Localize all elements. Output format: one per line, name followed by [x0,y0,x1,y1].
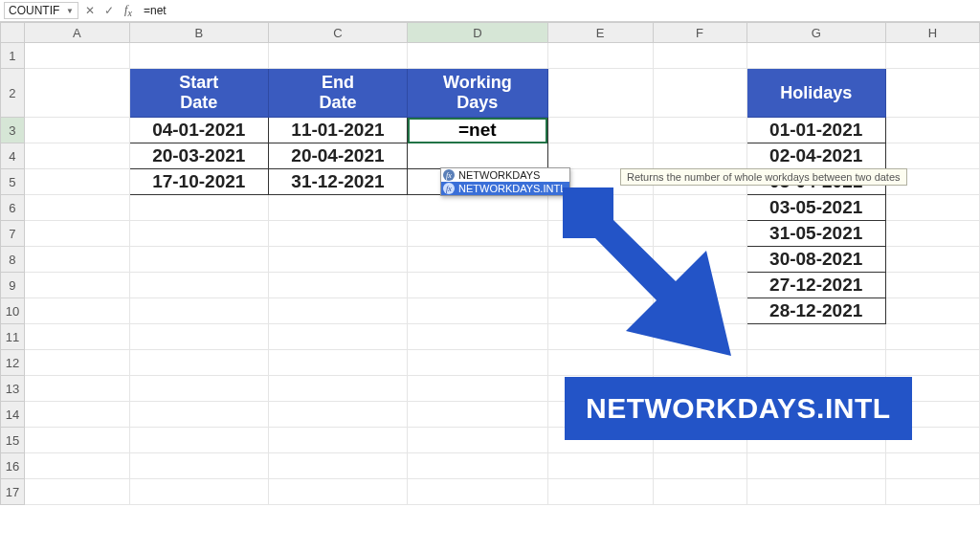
col-header-D[interactable]: D [408,23,548,43]
holidays-header: Holidays [746,69,885,118]
row-header-12[interactable]: 12 [1,350,25,376]
holiday-cell[interactable]: 27-12-2021 [746,273,885,298]
banner-overlay: NETWORKDAYS.INTL [565,377,912,440]
enter-formula-button[interactable]: ✓ [100,4,119,17]
holiday-cell[interactable]: 28-12-2021 [746,298,885,324]
row-header-15[interactable]: 15 [1,428,25,453]
cell-B3[interactable]: 04-01-2021 [129,118,268,143]
row-header-4[interactable]: 4 [1,143,25,169]
cell-B5[interactable]: 17-10-2021 [129,169,268,195]
name-box-value: COUNTIF [9,4,59,17]
name-box[interactable]: COUNTIF ▼ [4,2,78,19]
autocomplete-label: NETWORKDAYS [458,169,540,181]
row-header-11[interactable]: 11 [1,324,25,350]
row-header-7[interactable]: 7 [1,221,25,247]
row-header-2[interactable]: 2 [1,69,25,118]
cell-B4[interactable]: 20-03-2021 [129,143,268,169]
cell-C4[interactable]: 20-04-2021 [268,143,407,169]
cell-C5[interactable]: 31-12-2021 [268,169,407,195]
row-header-17[interactable]: 17 [1,479,25,505]
table-header-start: Start Date [129,69,268,118]
row-header-3[interactable]: 3 [1,118,25,143]
chevron-down-icon[interactable]: ▼ [66,7,74,15]
holiday-cell[interactable]: 02-04-2021 [746,143,885,169]
col-header-F[interactable]: F [653,23,746,43]
fx-icon: fx [443,183,455,194]
col-header-E[interactable]: E [547,23,653,43]
row-header-9[interactable]: 9 [1,273,25,298]
autocomplete-item[interactable]: fx NETWORKDAYS [441,168,569,182]
row-header-5[interactable]: 5 [1,169,25,195]
holiday-cell[interactable]: 31-05-2021 [746,221,885,247]
table-header-work: Working Days [408,69,548,118]
col-header-B[interactable]: B [129,23,268,43]
row-header-10[interactable]: 10 [1,298,25,324]
col-header-H[interactable]: H [885,23,979,43]
formula-autocomplete[interactable]: fx NETWORKDAYS fx NETWORKDAYS.INTL [440,167,570,196]
table-header-end: End Date [268,69,407,118]
row-header-13[interactable]: 13 [1,376,25,402]
cell-D3-editing[interactable]: =net [408,118,548,143]
row-header-16[interactable]: 16 [1,453,25,479]
col-header-C[interactable]: C [268,23,407,43]
cancel-formula-button[interactable]: ✕ [80,4,100,17]
formula-bar: COUNTIF ▼ ✕ ✓ fx =net [0,0,980,22]
row-header-1[interactable]: 1 [1,43,25,69]
row-header-14[interactable]: 14 [1,402,25,428]
autocomplete-tooltip: Returns the number of whole workdays bet… [620,168,907,186]
select-all-corner[interactable] [1,23,25,43]
cell-C3[interactable]: 11-01-2021 [268,118,407,143]
holiday-cell[interactable]: 03-05-2021 [746,195,885,221]
fx-icon: fx [443,169,455,181]
row-header-8[interactable]: 8 [1,247,25,273]
cell-D4[interactable] [408,143,548,169]
col-header-A[interactable]: A [24,23,129,43]
holiday-cell[interactable]: 01-01-2021 [746,118,885,143]
autocomplete-item-selected[interactable]: fx NETWORKDAYS.INTL [441,182,569,195]
col-header-G[interactable]: G [746,23,885,43]
fx-icon[interactable]: fx [119,3,138,18]
row-header-6[interactable]: 6 [1,195,25,221]
formula-bar-input[interactable]: =net [138,3,980,18]
autocomplete-label: NETWORKDAYS.INTL [458,183,566,194]
holiday-cell[interactable]: 30-08-2021 [746,247,885,273]
